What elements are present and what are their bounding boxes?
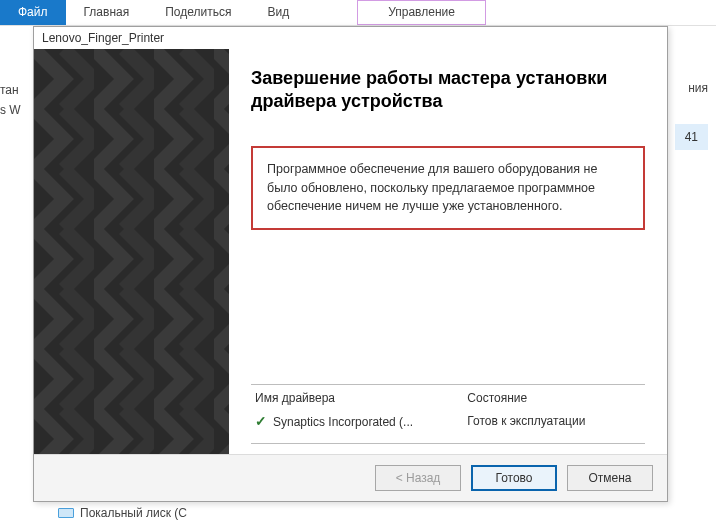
bg-left-line1: тан — [0, 80, 21, 100]
cancel-button[interactable]: Отмена — [567, 465, 653, 491]
finish-button[interactable]: Готово — [471, 465, 557, 491]
dialog-body: Завершение работы мастера установки драй… — [34, 49, 667, 454]
back-button: < Назад — [375, 465, 461, 491]
ribbon-tab-manage[interactable]: Управление — [357, 0, 486, 25]
dialog-footer: < Назад Готово Отмена — [34, 454, 667, 501]
wizard-message: Программное обеспечение для вашего обору… — [251, 146, 645, 230]
bg-bottom-item[interactable]: Покальный лиск (С — [58, 506, 187, 520]
driver-name-cell: ✓Synaptics Incorporated (... — [255, 413, 467, 429]
driver-wizard-dialog: Lenovo_Finger_Printer Завершение работы … — [33, 26, 668, 502]
col-header-name: Имя драйвера — [255, 391, 467, 405]
driver-table: Имя драйвера Состояние ✓Synaptics Incorp… — [251, 384, 645, 444]
driver-name-text: Synaptics Incorporated (... — [273, 415, 413, 429]
wizard-side-artwork — [34, 49, 229, 454]
wizard-main: Завершение работы мастера установки драй… — [229, 49, 667, 454]
bg-right-row: 41 — [675, 124, 708, 150]
bg-left-text: тан s W — [0, 80, 21, 120]
table-row: ✓Synaptics Incorporated (... Готов к экс… — [255, 413, 641, 429]
wizard-heading: Завершение работы мастера установки драй… — [251, 67, 645, 114]
driver-table-header: Имя драйвера Состояние — [255, 391, 641, 405]
driver-status-cell: Готов к эксплуатации — [467, 414, 641, 428]
check-icon: ✓ — [255, 413, 267, 429]
ribbon-tab-view[interactable]: Вид — [249, 0, 307, 25]
dialog-title: Lenovo_Finger_Printer — [34, 27, 667, 49]
ribbon-tab-share[interactable]: Поделиться — [147, 0, 249, 25]
bg-left-line2: s W — [0, 100, 21, 120]
drive-icon — [58, 506, 72, 520]
col-header-status: Состояние — [467, 391, 641, 405]
svg-rect-1 — [34, 49, 229, 454]
ribbon: Файл Главная Поделиться Вид Управление — [0, 0, 716, 26]
bg-bottom-label: Покальный лиск (С — [80, 506, 187, 520]
ribbon-tab-file[interactable]: Файл — [0, 0, 66, 25]
bg-right-text: ния — [688, 81, 708, 95]
ribbon-tab-home[interactable]: Главная — [66, 0, 148, 25]
